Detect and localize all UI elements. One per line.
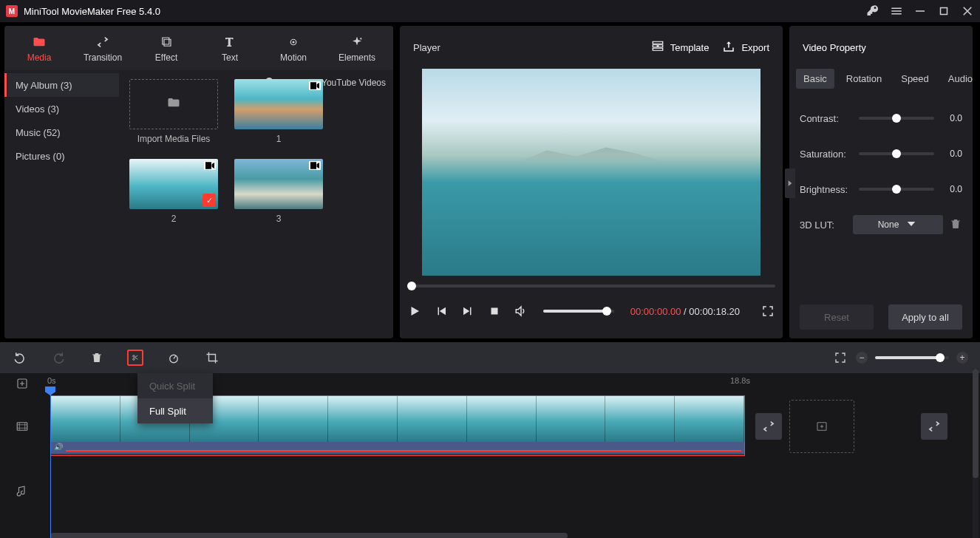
tab-text[interactable]: Text	[198, 27, 262, 69]
tab-media[interactable]: Media	[7, 27, 71, 69]
fit-zoom-button[interactable]	[832, 350, 848, 366]
menu-icon[interactable]	[890, 4, 903, 18]
property-tab-rotation[interactable]: Rotation	[839, 69, 889, 89]
player-panel: Player Template Export 00:00:00.00 /	[400, 26, 783, 338]
media-thumb-3[interactable]: 3	[234, 159, 323, 224]
swap-icon	[96, 34, 109, 50]
fullscreen-button[interactable]	[760, 304, 775, 319]
lut-select[interactable]: None	[853, 215, 943, 234]
zoom-slider[interactable]	[875, 356, 949, 359]
tab-transition[interactable]: Transition	[71, 27, 135, 69]
full-split-item[interactable]: Full Split	[137, 398, 213, 423]
volume-slider[interactable]	[543, 310, 614, 313]
tab-label: Media	[27, 52, 52, 63]
tab-label: Elements	[338, 52, 375, 63]
timeline-toolbar: − + Quick Split Full Split	[0, 342, 980, 373]
sparkle-icon	[350, 34, 364, 50]
media-thumb-1[interactable]: 1	[234, 79, 323, 144]
main-toolbar: Media Transition Effect Text Motion Elem…	[4, 26, 393, 70]
property-tab-basic[interactable]: Basic	[796, 69, 834, 89]
play-button[interactable]	[407, 304, 422, 319]
volume-icon[interactable]	[514, 304, 528, 319]
audio-track[interactable]	[44, 459, 980, 524]
titlebar: M MiniTool MovieMaker Free 5.4.0	[0, 0, 980, 22]
brightness-row: Brightness: 0.0	[789, 171, 973, 207]
key-icon[interactable]	[866, 4, 879, 18]
minimize-button[interactable]	[913, 4, 927, 18]
media-sidebar: My Album (3) Videos (3) Music (52) Pictu…	[4, 70, 119, 338]
clip-audio-strip: 🔊	[51, 442, 744, 454]
contrast-slider[interactable]	[859, 117, 934, 120]
template-button[interactable]: Template	[651, 40, 710, 55]
video-badge-icon	[309, 81, 321, 90]
folder-icon	[167, 95, 180, 114]
add-clip-slot[interactable]	[789, 400, 854, 453]
zoom-out-button[interactable]: −	[856, 352, 868, 364]
layers-icon	[160, 34, 173, 50]
template-icon	[651, 40, 664, 55]
tab-motion[interactable]: Motion	[262, 27, 325, 69]
saturation-row: Saturation: 0.0	[789, 136, 973, 171]
apply-all-button[interactable]: Apply to all	[888, 304, 962, 330]
folder-icon	[33, 34, 46, 50]
prev-frame-button[interactable]	[434, 304, 449, 319]
split-button[interactable]	[127, 350, 143, 366]
tab-elements[interactable]: Elements	[325, 27, 389, 69]
tab-label: Motion	[280, 52, 307, 63]
property-title: Video Property	[789, 26, 973, 69]
property-tab-audio[interactable]: Audio	[941, 69, 980, 89]
property-tab-speed[interactable]: Speed	[894, 69, 936, 89]
import-media-button[interactable]: Import Media Files	[129, 79, 218, 144]
media-thumb-2[interactable]: ✓ 2	[129, 159, 218, 224]
close-button[interactable]	[961, 4, 974, 18]
stop-button[interactable]	[487, 304, 502, 319]
reset-button: Reset	[800, 304, 874, 330]
check-icon: ✓	[203, 194, 216, 207]
sidebar-item-music[interactable]: Music (52)	[4, 120, 119, 144]
seek-slider[interactable]	[407, 285, 775, 287]
undo-button[interactable]	[12, 350, 28, 366]
maximize-button[interactable]	[937, 4, 950, 18]
tab-label: Text	[222, 52, 238, 63]
delete-lut-button[interactable]	[949, 217, 962, 233]
chevron-down-icon	[905, 217, 918, 233]
split-dropdown: Quick Split Full Split	[137, 373, 213, 423]
next-frame-button[interactable]	[460, 304, 475, 319]
app-logo-icon: M	[6, 5, 18, 17]
property-panel: Video Property Basic Rotation Speed Audi…	[789, 26, 973, 338]
video-track-icon	[0, 394, 44, 459]
sidebar-item-pictures[interactable]: Pictures (0)	[4, 144, 119, 168]
brightness-slider[interactable]	[859, 188, 934, 191]
collapse-right-button[interactable]	[785, 168, 795, 198]
crop-button[interactable]	[204, 350, 220, 366]
sidebar-item-myalbum[interactable]: My Album (3)	[4, 73, 119, 97]
tab-effect[interactable]: Effect	[135, 27, 198, 69]
video-badge-icon	[204, 161, 216, 170]
timeline-panel: − + Quick Split Full Split 0s 18.8s	[0, 342, 980, 538]
export-icon	[722, 40, 735, 55]
video-preview[interactable]	[422, 69, 760, 276]
tab-label: Effect	[155, 52, 177, 63]
speed-button[interactable]	[166, 350, 182, 366]
lut-row: 3D LUT: None	[789, 207, 973, 242]
sidebar-item-videos[interactable]: Videos (3)	[4, 97, 119, 120]
video-badge-icon	[309, 161, 321, 170]
tab-label: Transition	[84, 52, 122, 63]
zoom-in-button[interactable]: +	[956, 352, 968, 364]
audio-track-icon	[0, 459, 44, 524]
transition-out-button[interactable]	[921, 413, 947, 440]
saturation-slider[interactable]	[859, 152, 934, 155]
media-panel: Media Transition Effect Text Motion Elem…	[4, 26, 393, 338]
svg-rect-5	[17, 423, 27, 431]
timeline-scrollbar-v[interactable]	[973, 369, 979, 538]
delete-button[interactable]	[89, 350, 105, 366]
svg-point-1	[293, 41, 295, 43]
timeline-scrollbar-h[interactable]	[50, 533, 568, 538]
redo-button	[50, 350, 67, 366]
contrast-row: Contrast: 0.0	[789, 101, 973, 136]
media-grid: Download YouTube Videos Import Media Fil…	[119, 70, 393, 338]
export-button[interactable]: Export	[722, 40, 769, 55]
motion-icon	[287, 34, 300, 50]
transition-in-button[interactable]	[755, 413, 782, 440]
add-track-button[interactable]	[0, 373, 44, 394]
